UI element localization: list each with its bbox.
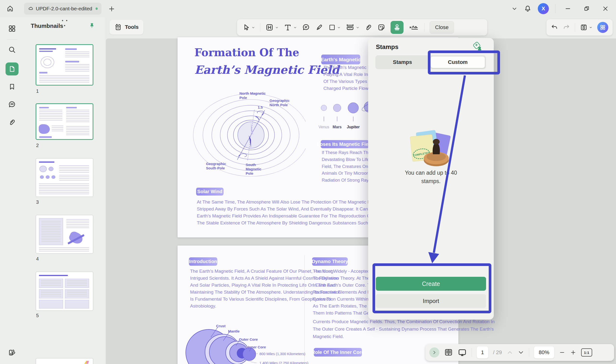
tools-button[interactable]: Tools: [110, 20, 143, 35]
planet-label-venus: Venus: [319, 125, 329, 129]
toolbar-separator: [575, 23, 575, 32]
thumbnail-page-number: 4: [36, 256, 39, 262]
chevron-down-icon: [589, 26, 592, 29]
chevron-down-icon: [252, 26, 255, 29]
body-line: Currents Produce Magnetic Fields. Thus, …: [313, 319, 494, 324]
rail-separator: [7, 39, 17, 40]
document-canvas[interactable]: Formation Of The Earth’s Magnetic Field …: [106, 39, 616, 364]
actual-size-button[interactable]: 1:1: [581, 348, 592, 357]
restore-button[interactable]: [580, 3, 593, 15]
pen-tool-button[interactable]: [315, 23, 323, 31]
sidebar-item-apps[interactable]: [6, 22, 18, 35]
close-toolbar-button[interactable]: Close: [430, 21, 454, 34]
thumbnail-page-2[interactable]: [36, 103, 93, 140]
tab-stamps[interactable]: Stamps: [375, 55, 430, 69]
sidebar-item-thumbnails[interactable]: [6, 63, 18, 76]
annotation-box-custom-tab: [428, 51, 500, 75]
sidebar-item-bookmarks[interactable]: [6, 80, 18, 93]
earth-label-inner-core: Inner Core: [248, 345, 266, 349]
save-button[interactable]: [580, 24, 592, 31]
next-page-icon[interactable]: [518, 349, 524, 356]
page-layout-icon[interactable]: [444, 348, 453, 357]
thumbnail-page-3[interactable]: [36, 158, 93, 197]
minimize-icon: [564, 5, 571, 12]
titlebar-right: X: [511, 0, 616, 17]
comment-tool-button[interactable]: [302, 23, 310, 31]
diagram-label-geo-south: Geographic South Pole: [206, 162, 230, 170]
statusbar-separator: [529, 348, 529, 357]
comment-bubble-icon: [302, 23, 310, 31]
measure-tool-button[interactable]: [346, 23, 360, 32]
stamp-tool-button[interactable]: [391, 21, 404, 34]
grid-icon: [8, 25, 16, 33]
shape-tool-button[interactable]: [328, 24, 341, 31]
sidebar-item-attachments[interactable]: [6, 116, 18, 129]
diagram-label-south-magnetic: South Magnetic Pole: [246, 163, 264, 176]
earth-label-mantle: Mantle: [228, 329, 240, 334]
thumbnail-page-1[interactable]: [36, 44, 93, 86]
text-icon: [284, 23, 292, 31]
document-tab[interactable]: UPDF-2.0-cant-be-edited: [24, 3, 101, 15]
signature-tool-button[interactable]: [409, 23, 419, 31]
sidebar-item-swatches[interactable]: [6, 346, 18, 359]
chevron-down-icon[interactable]: [511, 6, 518, 12]
toolbox-icon: [114, 23, 122, 31]
body-line: Magnetic Field.: [313, 334, 344, 339]
thumbnails-title: Thumbnails: [31, 23, 63, 29]
earth-label-crust: Crust: [216, 324, 225, 328]
home-icon: [6, 5, 14, 12]
thumbnail-page-5[interactable]: [36, 272, 93, 311]
history-toolbar: [546, 19, 613, 36]
undo-icon[interactable]: [551, 24, 558, 31]
close-window-button[interactable]: [599, 3, 612, 15]
presentation-mode-icon[interactable]: [458, 348, 467, 357]
thumbnail-page-6[interactable]: [36, 358, 93, 364]
sticker-smiley-icon: [377, 23, 385, 31]
page-number-input[interactable]: 1: [477, 346, 488, 358]
stamps-empty-caption-line2: stamps.: [368, 178, 494, 184]
pin-panel-button[interactable]: [89, 23, 95, 30]
sticker-tool-button[interactable]: [377, 23, 385, 31]
chevron-down-icon: [275, 26, 279, 29]
ruler-icon: [346, 23, 354, 32]
ai-assistant-button[interactable]: [597, 22, 608, 33]
new-tab-button[interactable]: [107, 5, 116, 13]
signature-icon: [409, 23, 419, 31]
thumbnail-page-4[interactable]: [36, 215, 93, 254]
pin-icon: [89, 23, 95, 29]
paperclip-icon: [364, 24, 372, 31]
section-badge-introduction: Introduction: [189, 257, 217, 266]
toolbar-separator: [260, 23, 260, 32]
zoom-level-input[interactable]: 80%: [534, 346, 554, 358]
diagram-label-angle: 1.5: [258, 105, 263, 110]
minimize-button[interactable]: [562, 3, 574, 15]
unsaved-dot: [96, 7, 98, 10]
redo-icon[interactable]: [563, 24, 570, 31]
titlebar: UPDF-2.0-cant-be-edited X: [0, 0, 616, 17]
sidebar-item-search[interactable]: [6, 43, 18, 56]
zoom-out-icon[interactable]: [559, 349, 565, 356]
comment-list-icon: [8, 100, 16, 109]
body-line: The Outer Core Creates A Self - Sustaini…: [313, 326, 494, 332]
home-button[interactable]: [4, 3, 16, 14]
diagram-label-geo-north: Geographic North Pole: [269, 99, 294, 107]
page-total-label: / 29: [493, 349, 502, 356]
attachment-tool-button[interactable]: [364, 24, 372, 31]
thumbnail-page-number: 2: [36, 143, 39, 148]
highlight-tool-button[interactable]: [266, 23, 279, 31]
highlight-icon: [266, 23, 274, 31]
notifications-bell-icon[interactable]: [524, 5, 532, 13]
tools-label: Tools: [125, 24, 139, 30]
avatar[interactable]: X: [538, 3, 549, 14]
select-tool-button[interactable]: [242, 24, 255, 31]
expand-statusbar-button[interactable]: [429, 347, 439, 358]
text-tool-button[interactable]: [284, 23, 297, 31]
stamps-panel-title: Stamps: [376, 43, 398, 51]
previous-page-icon[interactable]: [507, 349, 513, 356]
pen-icon: [315, 23, 323, 31]
sidebar-item-comments[interactable]: [6, 98, 18, 111]
planet-label-jupiter: Jupiter: [347, 125, 360, 129]
page-icon: [8, 65, 16, 73]
section-badge-dynamo: Dynamo Theory: [312, 257, 348, 266]
zoom-in-icon[interactable]: [570, 349, 576, 356]
